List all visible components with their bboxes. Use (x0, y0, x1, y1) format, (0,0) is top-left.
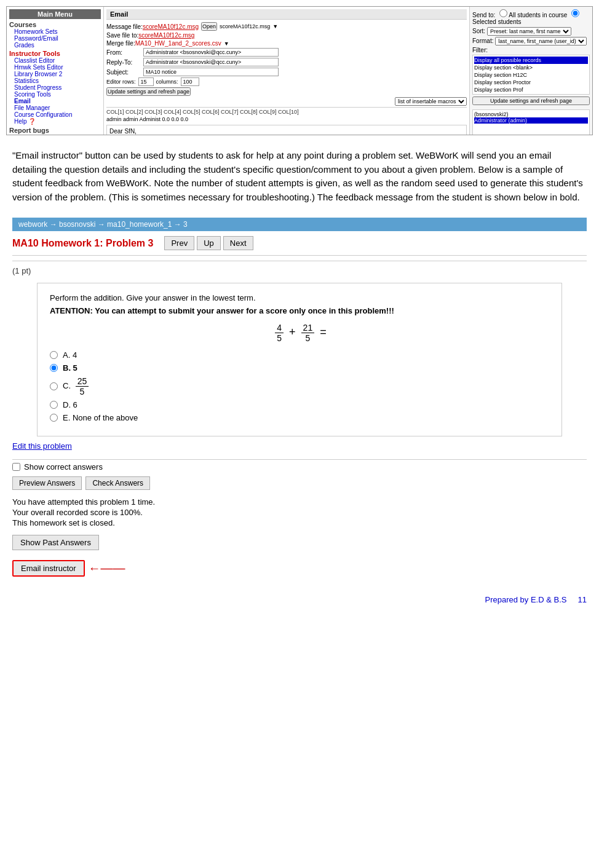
editor-settings-row: Editor rows: columns: (106, 77, 467, 86)
sidebar-student-progress[interactable]: Student Progress (9, 84, 101, 91)
macros-select[interactable]: list of insertable macros (395, 97, 467, 106)
numerator-1: 4 (275, 323, 284, 333)
show-correct-row: Show correct answers (12, 462, 587, 471)
plus-sign: + (289, 326, 296, 338)
show-correct-checkbox[interactable] (12, 463, 20, 471)
update-refresh-button[interactable]: Update settings and refresh page (472, 97, 590, 105)
email-tab-header: Email (106, 9, 467, 20)
filter-item-blank[interactable]: Display section <blank> (474, 64, 588, 71)
col-values: admin admin Administ 0.0 0.0 0.0 (106, 116, 467, 122)
next-button[interactable]: Next (223, 236, 253, 250)
sidebar-library-browser[interactable]: Library Browser 2 (9, 71, 101, 77)
option-a-label: A. 4 (63, 350, 77, 360)
show-past-answers-button[interactable]: Show Past Answers (12, 535, 99, 550)
denominator-2: 5 (304, 333, 312, 343)
from-input[interactable] (143, 48, 279, 57)
show-correct-label: Show correct answers (24, 462, 103, 471)
up-button[interactable]: Up (197, 236, 221, 250)
body-line1: Dear SfN, (109, 128, 464, 135)
recorded-score-text: Your overall recorded score is 100%. (12, 508, 587, 517)
filter-item-h12c[interactable]: Display section H12C (474, 71, 588, 79)
sort-label: Sort: (472, 28, 485, 34)
option-e-radio[interactable] (50, 414, 58, 422)
fraction-c: 25 5 (76, 376, 89, 397)
sidebar-grades[interactable]: Grades (9, 42, 101, 49)
sidebar-course-config[interactable]: Course Configuration (9, 111, 101, 118)
format-row: Format: last_name, first_name (user_id) (472, 37, 590, 45)
footer-page-number: 11 (578, 595, 587, 604)
prev-button[interactable]: Prev (164, 236, 194, 250)
sidebar-report-bugs: Report bugs (9, 127, 101, 134)
divider-2 (12, 459, 587, 460)
option-d-radio[interactable] (50, 401, 58, 409)
sidebar-statistics[interactable]: Statistics (9, 77, 101, 84)
answer-buttons-row: Preview Answers Check Answers (12, 476, 587, 490)
preview-answers-button[interactable]: Preview Answers (12, 476, 82, 490)
message-file-value: scoreMA10f12c.msg (143, 23, 199, 30)
recipient-item-1[interactable]: (bsosnovski2) (474, 111, 588, 117)
sidebar-email[interactable]: Email (9, 98, 101, 105)
sidebar-scoring-tools[interactable]: Scoring Tools (9, 91, 101, 98)
problem-box: Perform the addition. Give your answer i… (37, 283, 562, 436)
option-c-den: 5 (78, 387, 87, 397)
update-settings-row: Update settings and refresh page (106, 87, 467, 96)
recipients-listbox[interactable]: (bsosnovski2) Administrator (admin) (472, 109, 590, 135)
answer-options: A. 4 B. 5 C. 25 5 D. 6 (50, 350, 549, 422)
email-instructor-button[interactable]: Email instructor (12, 560, 85, 577)
math-expression: 4 5 + 21 5 = (50, 323, 549, 343)
email-content-area: Email Message file: scoreMA10f12c.msg Op… (104, 7, 469, 135)
sidebar-homework-sets[interactable]: Homework Sets (9, 28, 101, 35)
open-button[interactable]: Open (201, 22, 217, 31)
option-c-radio[interactable] (50, 382, 58, 390)
reply-to-input[interactable] (143, 58, 279, 66)
screenshot-area: Main Menu Courses Homework Sets Password… (6, 6, 593, 135)
update-settings-button[interactable]: Update settings and refresh page (106, 87, 191, 96)
problem-header: MA10 Homework 1: Problem 3 Prev Up Next (12, 231, 587, 256)
email-body-area: Dear SfN, YOUR SCORES on MA-10 WebWork H… (106, 125, 467, 135)
sidebar-file-manager[interactable]: File Manager (9, 105, 101, 111)
format-select[interactable]: last_name, first_name (user_id) (495, 37, 587, 45)
sidebar-help[interactable]: Help ❓ (9, 118, 101, 125)
reply-to-row: Reply-To: (106, 58, 467, 66)
merge-file-value: MA10_HW_1and_2_scores.csv (135, 40, 221, 47)
numerator-2: 21 (301, 323, 315, 333)
send-to-label: Send to: (472, 12, 495, 18)
recipient-item-2[interactable]: Administrator (admin) (474, 117, 588, 124)
check-answers-button[interactable]: Check Answers (85, 476, 150, 490)
footer: Prepared by E.D & B.S 11 (0, 589, 599, 610)
option-a-radio[interactable] (50, 351, 58, 359)
save-file-row: Save file to: scoreMA10f12c.msg (106, 32, 467, 39)
option-d-label: D. 6 (63, 400, 77, 409)
fraction-2: 21 5 (301, 323, 315, 343)
closed-text: This homework set is closed. (12, 518, 587, 527)
columns-input[interactable] (181, 77, 199, 86)
denominator-1: 5 (275, 333, 284, 343)
filter-item-all[interactable]: Display all possible records (474, 57, 588, 64)
merge-file-row: Merge file: MA10_HW_1and_2_scores.csv ▼ (106, 40, 467, 47)
problem-instruction: Perform the addition. Give your answer i… (50, 293, 549, 302)
filter-item-proctor[interactable]: Display section Proctor (474, 79, 588, 86)
send-to-row: Send to: All students in course Selected… (472, 9, 590, 25)
filter-listbox[interactable]: Display all possible records Display sec… (472, 55, 590, 95)
save-file-value: scoreMA10f12c.msg (138, 32, 194, 39)
subject-row: Subject: (106, 68, 467, 76)
subject-input[interactable] (143, 68, 279, 76)
col-headers: COL[1] COL[2] COL[3] COL[4] COL[5] COL[6… (106, 107, 467, 115)
show-past-row: Show Past Answers (12, 529, 587, 556)
points-label: (1 pt) (12, 266, 587, 275)
sidebar-password-email[interactable]: Password/Email (9, 35, 101, 42)
filter-item-prof[interactable]: Display section Prof (474, 86, 588, 93)
edit-problem-link[interactable]: Edit this problem (12, 441, 72, 451)
all-students-radio[interactable] (499, 9, 507, 17)
sidebar-classlist-editor[interactable]: Classlist Editor (9, 57, 101, 64)
editor-rows-input[interactable] (138, 77, 154, 86)
sidebar-homework-sets-editor[interactable]: Hmwk Sets Editor (9, 64, 101, 71)
main-paragraph: "Email instructor" button can be used by… (0, 141, 599, 211)
option-e-row: E. None of the above (50, 413, 549, 422)
option-c-num: 25 (76, 376, 89, 387)
option-e-label: E. None of the above (63, 413, 138, 422)
format-label: Format: (472, 37, 493, 44)
selected-students-radio[interactable] (571, 9, 579, 17)
option-b-radio[interactable] (50, 364, 58, 372)
sort-select[interactable]: Preset: last name, first name (487, 27, 571, 36)
